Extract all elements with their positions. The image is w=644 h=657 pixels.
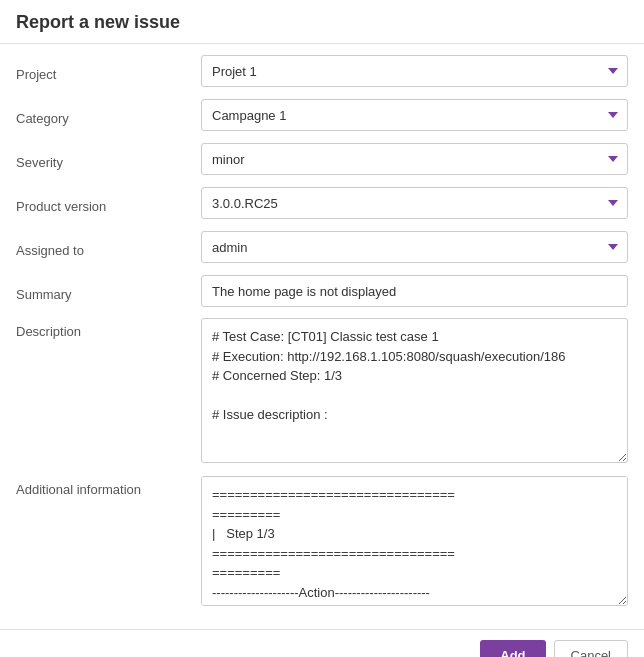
assigned-to-select-wrapper: admin user1 [201, 231, 628, 263]
project-label: Project [16, 61, 201, 82]
description-textarea[interactable]: # Test Case: [CT01] Classic test case 1 … [201, 318, 628, 463]
severity-label: Severity [16, 149, 201, 170]
severity-row: Severity minor major critical [16, 142, 628, 176]
assigned-to-row: Assigned to admin user1 [16, 230, 628, 264]
product-version-select-wrapper: 3.0.0.RC25 3.0.0.RC24 [201, 187, 628, 219]
product-version-label: Product version [16, 193, 201, 214]
category-control-wrap: Campagne 1 Campagne 2 [201, 99, 628, 131]
summary-row: Summary [16, 274, 628, 308]
additional-information-label: Additional information [16, 476, 201, 497]
footer-buttons: Add Cancel [0, 629, 644, 657]
project-select-wrapper: Projet 1 Projet 2 [201, 55, 628, 87]
description-row: Description # Test Case: [CT01] Classic … [16, 318, 628, 466]
product-version-select[interactable]: 3.0.0.RC25 3.0.0.RC24 [201, 187, 628, 219]
assigned-to-control-wrap: admin user1 [201, 231, 628, 263]
assigned-to-select[interactable]: admin user1 [201, 231, 628, 263]
page-title: Report a new issue [0, 0, 644, 44]
page-container: Report a new issue Project Projet 1 Proj… [0, 0, 644, 657]
severity-select[interactable]: minor major critical [201, 143, 628, 175]
project-select[interactable]: Projet 1 Projet 2 [201, 55, 628, 87]
category-row: Category Campagne 1 Campagne 2 [16, 98, 628, 132]
severity-select-wrapper: minor major critical [201, 143, 628, 175]
description-label: Description [16, 318, 201, 339]
summary-label: Summary [16, 281, 201, 302]
cancel-button[interactable]: Cancel [554, 640, 628, 657]
project-control-wrap: Projet 1 Projet 2 [201, 55, 628, 87]
project-row: Project Projet 1 Projet 2 [16, 54, 628, 88]
assigned-to-label: Assigned to [16, 237, 201, 258]
additional-information-control-wrap: ================================ =======… [201, 476, 628, 609]
category-select[interactable]: Campagne 1 Campagne 2 [201, 99, 628, 131]
category-label: Category [16, 105, 201, 126]
product-version-control-wrap: 3.0.0.RC25 3.0.0.RC24 [201, 187, 628, 219]
severity-control-wrap: minor major critical [201, 143, 628, 175]
additional-information-textarea[interactable]: ================================ =======… [201, 476, 628, 606]
category-select-wrapper: Campagne 1 Campagne 2 [201, 99, 628, 131]
form-area: Project Projet 1 Projet 2 Category Campa… [0, 44, 644, 629]
add-button[interactable]: Add [480, 640, 545, 657]
additional-information-row: Additional information =================… [16, 476, 628, 609]
summary-input[interactable] [201, 275, 628, 307]
summary-control-wrap [201, 275, 628, 307]
product-version-row: Product version 3.0.0.RC25 3.0.0.RC24 [16, 186, 628, 220]
description-control-wrap: # Test Case: [CT01] Classic test case 1 … [201, 318, 628, 466]
